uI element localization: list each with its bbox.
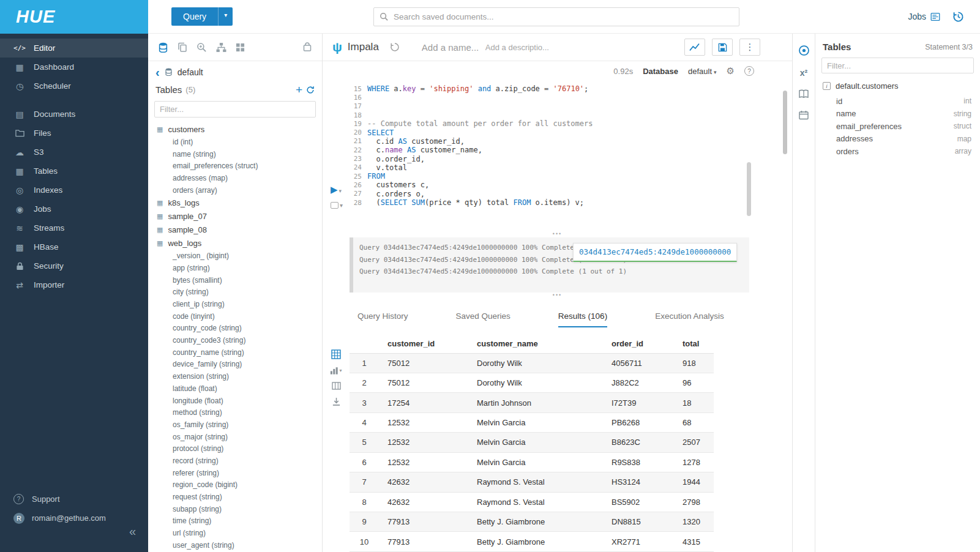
column-item[interactable]: longitude (float) bbox=[148, 395, 322, 407]
add-table-icon[interactable]: + bbox=[296, 84, 302, 95]
help-icon[interactable]: ? bbox=[744, 66, 754, 76]
table-filter-input[interactable] bbox=[154, 101, 316, 117]
query-name-input[interactable] bbox=[422, 42, 481, 53]
column-item[interactable]: name (string) bbox=[148, 148, 322, 160]
column-item[interactable]: record (string) bbox=[148, 455, 322, 467]
documents-assist-icon[interactable] bbox=[178, 42, 187, 52]
column-item[interactable]: code (tinyint) bbox=[148, 310, 322, 323]
tab-saved-queries[interactable]: Saved Queries bbox=[456, 308, 511, 327]
column-item[interactable]: email_preferencesstruct bbox=[815, 120, 980, 133]
save-button[interactable] bbox=[712, 39, 733, 56]
context-assist-icon[interactable] bbox=[798, 45, 810, 56]
user-menu[interactable]: R romain@gethue.com bbox=[0, 509, 148, 528]
resize-handle-top[interactable]: ••• bbox=[323, 231, 792, 237]
sidebar-item-s3[interactable]: ☁S3 bbox=[0, 143, 148, 162]
tab-execution-analysis[interactable]: Execution Analysis bbox=[655, 308, 724, 327]
collections-bag-icon[interactable] bbox=[302, 42, 312, 52]
search-assist-icon[interactable] bbox=[196, 42, 207, 53]
column-item[interactable]: ordersarray bbox=[815, 145, 980, 158]
column-item[interactable]: id (int) bbox=[148, 136, 322, 148]
sidebar-item-files[interactable]: Files bbox=[0, 124, 148, 143]
table-item[interactable]: ▦web_logs bbox=[148, 236, 322, 250]
sidebar-item-jobs[interactable]: ◉Jobs bbox=[0, 200, 148, 218]
column-item[interactable]: device_family (string) bbox=[148, 359, 322, 371]
sidebar-item-scheduler[interactable]: ◷Scheduler bbox=[0, 76, 148, 95]
sidebar-item-indexes[interactable]: ◎Indexes bbox=[0, 181, 148, 200]
column-item[interactable]: subapp (string) bbox=[148, 503, 322, 515]
page-scrollbar[interactable] bbox=[783, 91, 787, 154]
column-item[interactable]: _version_ (bigint) bbox=[148, 250, 322, 262]
column-item[interactable]: bytes (smallint) bbox=[148, 274, 322, 286]
column-item[interactable]: country_code3 (string) bbox=[148, 334, 322, 346]
column-item[interactable]: time (string) bbox=[148, 515, 322, 528]
sitemap-assist-icon[interactable] bbox=[216, 42, 226, 53]
jobs-link[interactable]: Jobs bbox=[908, 12, 940, 21]
right-filter-input[interactable] bbox=[821, 58, 974, 73]
column-item[interactable]: namestring bbox=[815, 108, 980, 121]
query-description-input[interactable] bbox=[485, 43, 558, 52]
settings-gear-icon[interactable]: ⚙ bbox=[727, 65, 735, 76]
resize-handle-bottom[interactable]: ••• bbox=[323, 293, 792, 300]
table-item[interactable]: ▦sample_08 bbox=[148, 223, 322, 236]
sidebar-item-editor[interactable]: </>Editor bbox=[0, 39, 148, 58]
query-history-topbar-icon[interactable] bbox=[952, 11, 964, 23]
column-item[interactable]: orders (array) bbox=[148, 184, 322, 196]
column-item[interactable]: user_agent (string) bbox=[148, 539, 322, 551]
query-dropdown-caret[interactable]: ▾ bbox=[218, 7, 233, 26]
sidebar-item-importer[interactable]: ⇄Importer bbox=[0, 275, 148, 294]
column-item[interactable]: country_name (string) bbox=[148, 346, 322, 359]
snippet-settings-button[interactable]: ▾ bbox=[331, 202, 351, 209]
new-query-button[interactable]: Query ▾ bbox=[171, 7, 233, 26]
sidebar-collapse-icon[interactable]: « bbox=[129, 524, 136, 539]
column-item[interactable]: app (string) bbox=[148, 262, 322, 274]
column-item[interactable]: os_major (string) bbox=[148, 431, 322, 443]
table-item[interactable]: ▦k8s_logs bbox=[148, 196, 322, 209]
table-item[interactable]: ▦sample_07 bbox=[148, 209, 322, 223]
context-table-item[interactable]: i default.customers bbox=[815, 76, 980, 94]
support-link[interactable]: ? Support bbox=[0, 490, 148, 509]
sidebar-item-tables[interactable]: ▦Tables bbox=[0, 162, 148, 181]
grid-view-icon[interactable] bbox=[331, 349, 341, 359]
sidebar-item-documents[interactable]: ▤Documents bbox=[0, 105, 148, 124]
column-item[interactable]: request (string) bbox=[148, 491, 322, 503]
column-item[interactable]: city (string) bbox=[148, 286, 322, 299]
database-name[interactable]: default bbox=[178, 67, 203, 77]
databases-assist-icon[interactable] bbox=[158, 42, 168, 53]
database-selector[interactable]: default▾ bbox=[688, 67, 717, 76]
column-item[interactable]: addressesmap bbox=[815, 133, 980, 146]
language-reference-icon[interactable] bbox=[798, 89, 809, 99]
column-item[interactable]: method (string) bbox=[148, 406, 322, 419]
apps-assist-icon[interactable] bbox=[236, 43, 245, 52]
table-item[interactable]: ▦customers bbox=[148, 122, 322, 136]
execute-button[interactable]: ▶▾ bbox=[331, 184, 342, 195]
chart-button[interactable] bbox=[684, 39, 705, 56]
snippet-history-icon[interactable] bbox=[390, 42, 400, 52]
column-item[interactable]: client_ip (string) bbox=[148, 298, 322, 310]
column-item[interactable]: protocol (string) bbox=[148, 442, 322, 455]
query-id-tooltip[interactable]: 034d413ec7474ed5:4249de1000000000 bbox=[573, 243, 737, 262]
search-input[interactable] bbox=[394, 12, 739, 21]
results-table[interactable]: customer_idcustomer_nameorder_idtotal 17… bbox=[350, 335, 714, 552]
sidebar-item-streams[interactable]: ≋Streams bbox=[0, 218, 148, 237]
sidebar-item-hbase[interactable]: ▩HBase bbox=[0, 237, 148, 256]
column-item[interactable]: country_code (string) bbox=[148, 323, 322, 335]
functions-assist-icon[interactable]: x² bbox=[800, 68, 807, 78]
back-chevron-icon[interactable]: ‹ bbox=[155, 66, 160, 78]
column-item[interactable]: referer (string) bbox=[148, 467, 322, 479]
schedule-assist-icon[interactable] bbox=[799, 110, 809, 120]
editor-scrollbar[interactable] bbox=[747, 162, 751, 216]
column-item[interactable]: os_family (string) bbox=[148, 419, 322, 431]
columns-view-icon[interactable] bbox=[332, 382, 341, 390]
hue-logo[interactable]: HUE bbox=[0, 0, 148, 34]
column-item[interactable]: addresses (map) bbox=[148, 172, 322, 184]
column-item[interactable]: extension (string) bbox=[148, 370, 322, 382]
sidebar-item-security[interactable]: Security bbox=[0, 256, 148, 275]
column-item[interactable]: latitude (float) bbox=[148, 382, 322, 395]
refresh-tables-icon[interactable] bbox=[306, 86, 315, 94]
download-icon[interactable] bbox=[332, 397, 341, 406]
column-item[interactable]: email_preferences (struct) bbox=[148, 160, 322, 172]
column-item[interactable]: idint bbox=[815, 95, 980, 108]
sidebar-item-dashboard[interactable]: ▦Dashboard bbox=[0, 58, 148, 76]
tab-query-history[interactable]: Query History bbox=[357, 308, 408, 327]
chart-view-icon[interactable]: ▾ bbox=[330, 367, 342, 375]
